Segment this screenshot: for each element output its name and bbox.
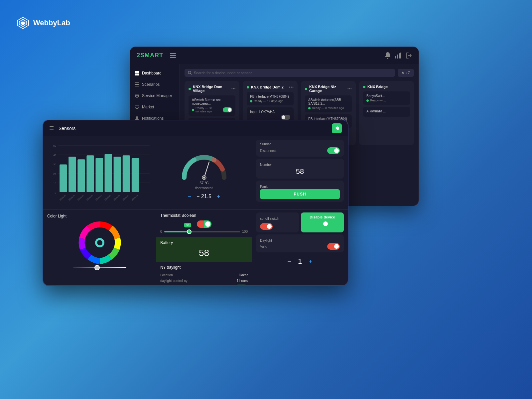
svg-rect-3 (170, 53, 176, 54)
card-menu-icon-3[interactable] (347, 86, 352, 91)
disable-device-toggle[interactable] (316, 220, 329, 227)
number-value: 58 (260, 167, 340, 176)
svg-rect-13 (137, 73, 139, 75)
range-bubble: 33 (184, 223, 191, 227)
number-title: Number (260, 163, 272, 167)
sunrise-card: Sunrise Disconnect (256, 140, 344, 157)
notification-icon[interactable] (385, 52, 391, 59)
svg-rect-50 (77, 159, 85, 192)
sunrise-title: Sunrise (260, 142, 271, 146)
device-row: ASwitch 3 этаж тех помещени... Ready — 3… (189, 95, 235, 116)
daylight-card: Daylight Valid (256, 234, 344, 252)
range-thumb[interactable]: 33 (187, 229, 192, 234)
daylight-title: Daylight (260, 239, 272, 242)
range-track[interactable]: 33 (164, 231, 240, 232)
ny-toggle[interactable] (235, 285, 248, 286)
card-menu-icon-2[interactable] (289, 85, 294, 89)
search-input-wrap[interactable] (185, 69, 395, 77)
sonoff-switch-card: sonoff switch (256, 212, 299, 232)
svg-text:20:02:20: 20:02:20 (104, 194, 111, 201)
svg-rect-51 (86, 155, 94, 192)
bar-chart: 50 40 30 20 10 0 20:01:20 20:01:30 20 (48, 140, 151, 205)
svg-point-72 (97, 240, 102, 245)
sidebar-item-scenarios[interactable]: Scenarios (130, 79, 180, 90)
sidebar-label-service: Service Manager (142, 93, 172, 98)
panic-push-button[interactable]: PUSH (260, 189, 340, 199)
counter-decrease-button[interactable]: − (287, 258, 291, 265)
dashboard-icon (135, 71, 139, 75)
panic-title: Panic (260, 185, 268, 189)
gauge-controls: − − 21.5 + (188, 193, 220, 200)
signal-icon[interactable] (395, 53, 401, 59)
thermostat-bool-toggle-wrap (160, 220, 248, 228)
svg-text:20:02:10: 20:02:10 (95, 194, 102, 201)
sidebar-item-dashboard[interactable]: Dashboard (130, 67, 180, 79)
search-icon (188, 71, 192, 75)
counter-increase-button[interactable]: + (309, 258, 313, 265)
front-panel-header: ☰ Sensors (43, 120, 348, 136)
number-card: Number 58 (256, 159, 344, 179)
svg-text:20:01:20: 20:01:20 (59, 194, 66, 201)
device-row: BanyaSwit... Ready — ... (363, 91, 410, 105)
knx-card-title-4: KNX Bridge (363, 85, 410, 89)
svg-rect-48 (60, 164, 67, 192)
thermostat-bool-toggle[interactable] (197, 220, 211, 228)
brightness-track (73, 267, 126, 268)
search-bar: A→Z (185, 69, 414, 77)
daylight-toggle[interactable] (327, 243, 340, 250)
range-fill (164, 231, 189, 232)
status-dot-2 (247, 86, 249, 88)
svg-point-34 (349, 88, 350, 89)
hamburger-icon[interactable]: ☰ (49, 125, 54, 131)
exit-icon[interactable] (406, 53, 412, 59)
svg-text:20:02:31: 20:02:31 (113, 194, 121, 201)
svg-rect-11 (137, 71, 139, 73)
color-wheel[interactable] (78, 221, 121, 264)
svg-text:30: 30 (53, 163, 56, 166)
card-menu-icon-1[interactable] (231, 86, 235, 91)
sidebar-label-market: Market (142, 105, 154, 109)
battery-section: Battery 58 (156, 237, 252, 262)
svg-text:10: 10 (53, 182, 56, 185)
thermostat-boolean-title: Thermostat Boolean (160, 213, 248, 218)
gauge-area: 57 °C thermostat − − 21.5 + (156, 136, 252, 209)
sidebar-label-scenarios: Scenarios (142, 82, 160, 87)
device-toggle-3[interactable] (281, 115, 290, 120)
device-toggle-1[interactable] (223, 107, 232, 112)
svg-text:20:02:40: 20:02:40 (122, 194, 130, 201)
svg-line-26 (191, 73, 192, 74)
svg-rect-14 (135, 82, 139, 83)
sidebar-item-service[interactable]: Service Manager (130, 90, 180, 101)
search-input[interactable] (194, 71, 392, 75)
sonoff-toggle[interactable] (260, 223, 273, 230)
daylight-valid-label: Valid (260, 245, 267, 248)
thermostat-boolean-section: Thermostat Boolean 0 33 (156, 210, 252, 237)
disable-device-button[interactable]: Disable device (301, 212, 344, 232)
menu-icon[interactable] (170, 53, 176, 58)
temp-decrease-button[interactable]: − (188, 193, 192, 200)
ny-toggle-row: daylight-control-ny (160, 284, 248, 286)
knx-card-title-3: KNX Bridge Niz Garage (305, 85, 352, 93)
svg-rect-7 (397, 55, 398, 59)
sidebar-item-market[interactable]: Market (130, 101, 180, 113)
brightness-slider[interactable] (73, 267, 126, 268)
right-bottom-inner: sonoff switch Disable device Daylight (252, 210, 348, 286)
temp-increase-button[interactable]: + (217, 193, 220, 200)
svg-text:20:01:40: 20:01:40 (77, 194, 84, 201)
brightness-thumb[interactable] (94, 265, 100, 270)
ny-hours-row: daylight-control-ny 1 hours (160, 278, 248, 284)
hours-label: daylight-control-ny (160, 279, 188, 283)
toggle-knob (205, 221, 210, 227)
thermostat-label: thermostat (196, 186, 213, 190)
device-row: ASwitch Actuator(ABB SA/S12.2... Ready —… (305, 95, 352, 112)
svg-point-27 (231, 88, 232, 89)
svg-rect-4 (170, 55, 176, 56)
back-panel-icons (385, 52, 412, 59)
az-sort-button[interactable]: A→Z (398, 69, 414, 77)
settings-button[interactable] (332, 123, 342, 133)
sunrise-toggle[interactable] (327, 147, 340, 154)
svg-rect-55 (123, 155, 130, 192)
right-top-panel: Sunrise Disconnect Number 58 Panic PUSH (252, 136, 348, 209)
svg-rect-10 (135, 71, 137, 73)
market-icon (135, 105, 139, 109)
